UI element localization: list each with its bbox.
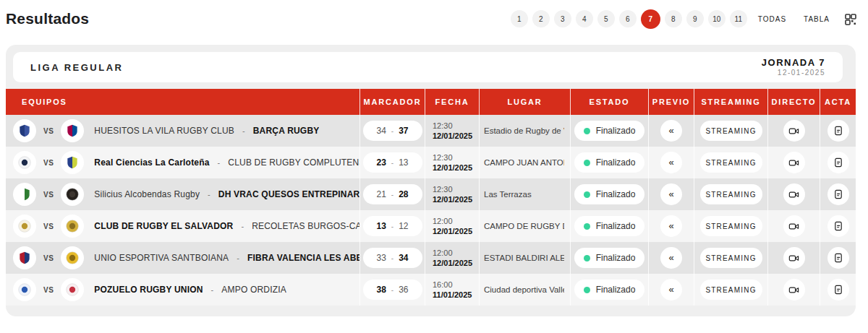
match-time: 12:30	[433, 121, 453, 131]
col-acta: ACTA	[820, 89, 856, 115]
tabla-button[interactable]: TABLA	[797, 15, 836, 23]
page-button-6[interactable]: 6	[619, 10, 637, 27]
acta-button[interactable]	[827, 152, 849, 173]
vs-label: VS	[43, 222, 54, 230]
lugar-cell: CAMPO DE RUGBY DE PE...	[480, 210, 571, 242]
acta-button[interactable]	[827, 120, 849, 142]
status-text: Finalizado	[596, 253, 636, 263]
page-button-9[interactable]: 9	[686, 10, 704, 27]
score-pill: 13 - 12	[363, 216, 422, 236]
rewind-icon: «	[668, 157, 673, 167]
home-team-name: POZUELO RUGBY UNION	[94, 285, 203, 295]
streaming-button[interactable]: STREAMING	[700, 280, 762, 300]
page-button-11[interactable]: 11	[730, 10, 747, 27]
previo-cell: «	[649, 178, 694, 210]
previo-button[interactable]: «	[660, 215, 682, 237]
previo-button[interactable]: «	[660, 247, 682, 269]
home-team-name: HUESITOS LA VILA RUGBY CLUB	[94, 126, 234, 136]
marcador-cell: 13 - 12	[360, 210, 425, 242]
directo-button[interactable]	[783, 215, 805, 237]
status-text: Finalizado	[596, 221, 636, 231]
acta-button[interactable]	[827, 247, 849, 269]
away-score: 13	[399, 157, 408, 168]
home-team-logo	[13, 278, 36, 301]
previo-button[interactable]: «	[660, 120, 682, 142]
rewind-icon: «	[668, 285, 673, 294]
estado-cell: Finalizado	[571, 274, 649, 306]
document-icon	[833, 285, 843, 295]
streaming-cell: STREAMING	[694, 147, 768, 178]
venue-text: Estadio de Rugby de Villa...	[484, 126, 564, 135]
directo-button[interactable]	[783, 120, 805, 142]
page-button-4[interactable]: 4	[576, 10, 593, 27]
page-button-5[interactable]: 5	[597, 10, 615, 27]
directo-button[interactable]	[783, 279, 805, 300]
directo-cell	[768, 147, 820, 178]
score-pill: 21 - 28	[363, 184, 422, 204]
away-score: 28	[399, 189, 408, 199]
estado-cell: Finalizado	[571, 115, 649, 147]
previo-button[interactable]: «	[660, 183, 682, 205]
streaming-button[interactable]: STREAMING	[700, 216, 762, 236]
directo-button[interactable]	[783, 247, 805, 269]
fecha-cell: 12:00 12/01/2025	[425, 210, 480, 242]
match-row: VS UNIO ESPORTIVA SANTBOIANA - FIBRA VAL…	[6, 242, 856, 274]
directo-button[interactable]	[783, 183, 805, 205]
acta-button[interactable]	[827, 279, 849, 300]
lugar-cell: ESTADI BALDIRI ALEU	[480, 242, 571, 274]
streaming-button[interactable]: STREAMING	[700, 152, 762, 173]
directo-button[interactable]	[783, 152, 805, 173]
home-team-logo	[13, 151, 36, 174]
home-team-logo	[13, 215, 36, 238]
acta-button[interactable]	[827, 215, 849, 237]
results-table: EQUIPOS MARCADOR FECHA LUGAR ESTADO PREV…	[6, 89, 856, 306]
streaming-button[interactable]: STREAMING	[700, 121, 762, 141]
document-icon	[833, 253, 843, 263]
col-directo: DIRECTO	[768, 89, 820, 115]
status-text: Finalizado	[596, 157, 636, 168]
video-camera-icon	[788, 285, 799, 295]
fecha-cell: 12:00 12/01/2025	[425, 242, 480, 274]
away-team-name: BARÇA RUGBY	[253, 126, 320, 136]
previo-button[interactable]: «	[660, 152, 682, 173]
document-icon	[833, 126, 843, 136]
match-date: 12/01/2025	[433, 194, 472, 204]
page-button-10[interactable]: 10	[708, 10, 726, 27]
estado-cell: Finalizado	[571, 178, 649, 210]
marcador-cell: 38 - 36	[360, 274, 425, 306]
previo-cell: «	[649, 210, 694, 242]
match-time: 12:00	[433, 216, 453, 226]
streaming-cell: STREAMING	[694, 242, 768, 274]
status-dot-icon	[584, 191, 590, 198]
equipos-cell: VS UNIO ESPORTIVA SANTBOIANA - FIBRA VAL…	[6, 242, 360, 274]
home-score: 33	[376, 253, 386, 263]
match-date: 12/01/2025	[433, 226, 472, 236]
col-fecha: FECHA	[425, 89, 480, 115]
todas-button[interactable]: TODAS	[752, 15, 793, 23]
away-team-name: CLUB DE RUGBY COMPLUTENSE CISNEROS	[228, 157, 359, 168]
acta-button[interactable]	[827, 183, 849, 205]
away-team-name: AMPO ORDIZIA	[221, 285, 286, 295]
page-button-7[interactable]: 7	[641, 9, 660, 29]
teams-separator: -	[208, 190, 210, 199]
page-button-3[interactable]: 3	[554, 10, 571, 27]
acta-cell	[820, 242, 856, 274]
video-camera-icon	[788, 189, 799, 200]
video-camera-icon	[788, 221, 799, 232]
qr-grid-button[interactable]	[841, 12, 856, 25]
away-score: 12	[399, 221, 408, 231]
rewind-icon: «	[668, 253, 673, 262]
status-badge: Finalizado	[574, 216, 645, 236]
home-score: 13	[376, 221, 386, 231]
streaming-button[interactable]: STREAMING	[700, 248, 762, 268]
page-button-8[interactable]: 8	[665, 10, 682, 27]
previo-button[interactable]: «	[660, 279, 682, 300]
marcador-cell: 34 - 37	[360, 115, 425, 147]
document-icon	[833, 189, 843, 199]
video-camera-icon	[788, 253, 799, 264]
results-page: Resultados 1234567891011 TODAS TABLA LIG…	[0, 0, 868, 333]
page-button-1[interactable]: 1	[511, 10, 528, 27]
page-button-2[interactable]: 2	[532, 10, 550, 27]
home-team-name: CLUB DE RUGBY EL SALVADOR	[94, 221, 233, 231]
streaming-button[interactable]: STREAMING	[700, 184, 762, 204]
